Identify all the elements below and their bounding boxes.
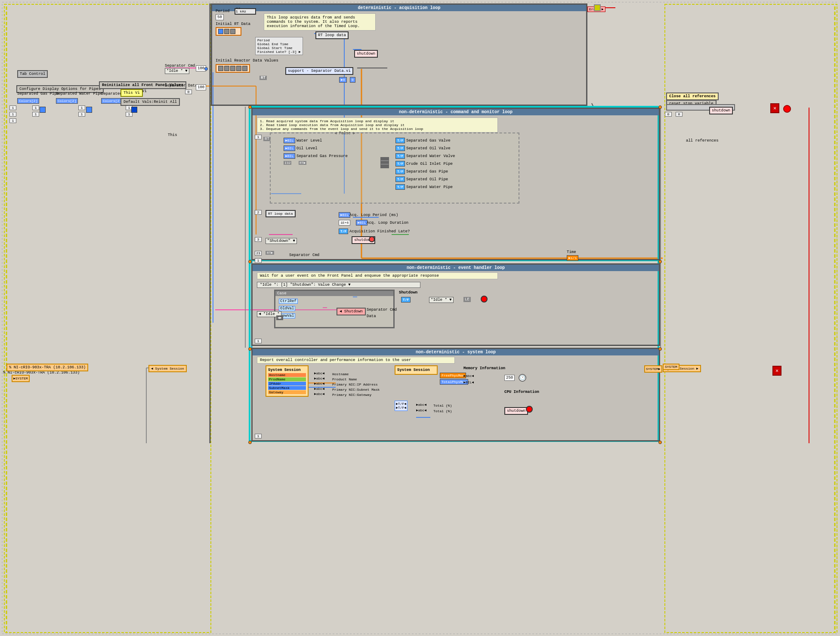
ipaddr-row: IPAddr <box>268 382 306 386</box>
acq-loop-title: deterministic - acquisition loop <box>212 5 586 11</box>
period-value[interactable]: 50 <box>216 14 224 20</box>
sep-water-valve-tf: T/F <box>395 153 405 159</box>
right-num-2[interactable]: 0 <box>676 112 682 117</box>
water-level-ind: ►BIL <box>284 138 295 143</box>
num6[interactable]: 1 <box>78 105 85 110</box>
gateway-row: Gateway <box>268 390 306 394</box>
event-selector[interactable]: *Idle *: [1] "Shutdown": Value Change ▼ <box>257 282 420 288</box>
outer-conn-top <box>594 4 601 11</box>
cmd-num-1[interactable]: 1 <box>255 135 262 139</box>
water-level-label: Water Level <box>296 139 322 143</box>
acq-loop-frame: deterministic - acquisition loop This lo… <box>211 3 587 106</box>
acq-duration-ind: ►BIL <box>356 220 368 225</box>
sep-gas-pressure-ind: ►BIL <box>284 153 295 159</box>
this-vi-button[interactable]: This Vi <box>120 89 143 97</box>
cpu-total-1: ►T/F◄ <box>396 402 406 406</box>
cmd-num-bottom[interactable]: 1 <box>255 258 262 263</box>
stop-sys[interactable] <box>526 406 533 413</box>
cpu-info-label: CPU Information <box>504 390 539 394</box>
system-loop-frame: non-deterministic - system loop Report o… <box>251 348 660 441</box>
shutdown-vi-1[interactable]: shutdown <box>354 50 378 58</box>
block-diagram-canvas: Tab Control Configure Display Options fo… <box>0 0 840 636</box>
sep-data-num[interactable]: 100 <box>196 84 206 90</box>
acq-blue-ind-2: 0 <box>350 77 355 83</box>
sys-num-1[interactable]: 1 <box>255 434 262 438</box>
cmd-num-2[interactable]: 2 <box>255 210 262 215</box>
tab-control[interactable]: Tab Control <box>17 70 48 78</box>
cmd-num-23[interactable]: 23 <box>255 251 262 256</box>
num3[interactable]: 1 <box>9 118 16 123</box>
mem-arrow-2: ►BIL◄ <box>463 380 474 384</box>
event-num-1[interactable]: 1 <box>255 339 262 343</box>
time-label: Time <box>567 250 576 254</box>
shutdown-vi-sys[interactable]: shutdown <box>504 407 528 415</box>
cpu-total-2: ►T/F◄ <box>396 406 406 410</box>
conn-1 <box>248 105 252 109</box>
rt-block-2: RT► <box>299 161 306 165</box>
i32-block: I32 <box>284 161 291 165</box>
sys-session-title-2: System Session <box>397 368 435 372</box>
sep-cmd-label: Separator Cmd <box>165 64 195 68</box>
num7[interactable]: 1 <box>78 112 85 117</box>
acq-blue-ind-1: ►0 <box>339 77 347 83</box>
ctrl-ref-label: CtrlRef <box>279 299 298 304</box>
crio-block: ►SYSTEM <box>12 375 30 382</box>
initial-rt-cluster[interactable] <box>216 27 241 36</box>
num2[interactable]: 1 <box>9 112 16 117</box>
close-refs-button[interactable]: Close all references <box>666 93 719 100</box>
sep-gas-pipe-label: Separated Gas Pipe <box>17 92 59 96</box>
subnetmask-arrow-1: ►abc◄ <box>314 387 324 391</box>
event-loop-title: non-deterministic - event handler loop <box>253 265 659 271</box>
rt-loop-data-vi[interactable]: RT loop data <box>315 31 349 39</box>
stop-bool-cmd[interactable] <box>369 236 375 242</box>
main-stop-btn[interactable] <box>783 105 791 113</box>
stop-event[interactable] <box>481 296 488 303</box>
total-pct-1-label: Total (%) <box>433 404 452 408</box>
sep-oil-color: Colors[2] <box>101 98 123 104</box>
data-event-label: Data <box>367 314 376 318</box>
oil-level-label: Oil Level <box>296 146 318 151</box>
subnetmask-row: SubnetMask <box>268 386 306 390</box>
sep-water-color: Colors[2] <box>56 98 78 104</box>
shutdown-vi-right[interactable]: shutdown <box>709 107 733 114</box>
sep-cmd-enum[interactable]: *Idle * ▼ <box>165 68 189 74</box>
prodname-arrow-1: ►abc◄ <box>314 377 324 380</box>
event-case-label: Case <box>275 291 393 296</box>
initial-reactor-cluster[interactable] <box>216 64 250 73</box>
shutdown-label: Shutdown <box>399 290 417 295</box>
bool-indicator-2 <box>86 107 92 113</box>
conn-right-1 <box>658 105 662 109</box>
x-stop-block-2[interactable]: ✕ <box>772 366 781 376</box>
x-stop-block[interactable]: ✕ <box>770 103 779 113</box>
one-e6[interactable]: 1E+6 <box>339 220 350 225</box>
mem-250[interactable]: 250 <box>504 375 515 381</box>
right-num-1[interactable]: 0 <box>665 112 672 117</box>
sep-water-valve-label: Separated Water Valve <box>406 154 455 158</box>
bool-indicator-3 <box>131 107 137 113</box>
sep-data-zero[interactable]: 0 <box>185 90 192 94</box>
idle-enum-right[interactable]: *Idle * ▼ <box>429 297 454 303</box>
system-desc: Report overall controller and performanc… <box>260 358 411 362</box>
default-vals-button[interactable]: Default Vals:Reinit All <box>120 98 180 106</box>
shutdown-btn[interactable]: ◄ Shutdown <box>337 308 366 315</box>
num1[interactable]: 1 <box>9 105 16 110</box>
num5[interactable]: 1 <box>32 112 39 117</box>
system-loop-title: non-deterministic - system loop <box>253 349 659 355</box>
cmd-num-3[interactable]: 3 <box>255 237 262 242</box>
period-label: Period <box>216 9 229 13</box>
support-separator-vi[interactable]: support - Separator Data.vi <box>285 67 353 75</box>
num4[interactable]: 1 <box>32 105 39 110</box>
sep-gas-valve-label: Separated Gas Valve <box>406 139 451 143</box>
crio-target-block[interactable]: % NI-cRIO-903x-TRA (10.2.106.133) <box>6 364 88 371</box>
memory-info-label: Memory Information <box>463 366 505 370</box>
period-disp: Period <box>257 38 301 42</box>
initial-rt-label: Initial RT Data <box>216 22 250 26</box>
global-end-label: Global End Time <box>257 42 301 46</box>
freq-block: 1 kHz <box>235 8 256 15</box>
rt-loop-data-2[interactable]: RT loop data <box>266 210 296 217</box>
event-loop-frame: non-deterministic - event handler loop W… <box>251 263 660 346</box>
sep-gas-color: Colors[2] <box>17 98 39 104</box>
shutdown-enum-cmd[interactable]: "Shutdown" ▼ <box>266 238 297 244</box>
sep-oil-valve-label: Separated Oil Valve <box>406 146 451 151</box>
ipaddr-arrow-1: ►abc◄ <box>314 382 324 386</box>
